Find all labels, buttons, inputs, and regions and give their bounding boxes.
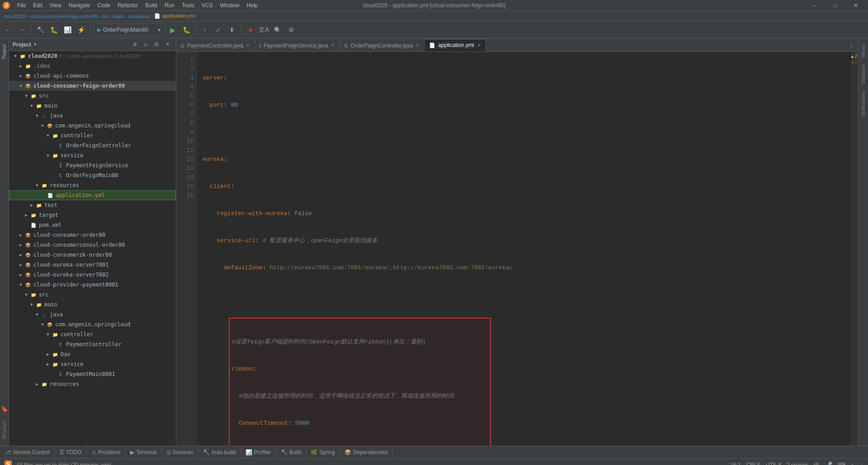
status-cursor-position[interactable]: 16:1 (730, 462, 741, 465)
toolbar-search-button[interactable]: 🔍 (271, 23, 284, 36)
right-sidebar-database[interactable]: Database (860, 61, 867, 88)
tab-close-payment-controller[interactable]: ✕ (246, 42, 250, 48)
tab-payment-feign-service[interactable]: I PaymentFeignService.java ✕ (255, 39, 340, 52)
tree-item-main2[interactable]: ▼ 📁 main (9, 300, 176, 310)
tree-item-main[interactable]: ▼ 📁 main (9, 101, 176, 111)
breadcrumb-item-resources[interactable]: resources (128, 14, 150, 19)
tree-item-src2[interactable]: ▼ 📁 src (9, 290, 176, 300)
tree-item-cloud-provider-payment8001[interactable]: ▼ 📦 cloud-provider-payment8001 (9, 280, 176, 290)
tree-item-cloud2020[interactable]: ▼ 📁 cloud2020 E:\idea-workspace\cloud202… (9, 51, 176, 61)
toolbar-coverage-button[interactable]: 📊 (61, 23, 74, 36)
toolbar-vcs-button[interactable]: ↑ (198, 23, 211, 36)
menu-build[interactable]: Build (142, 1, 161, 9)
bottom-tab-build[interactable]: 🔨 Build (276, 446, 307, 459)
right-sidebar-maven[interactable]: Maven (860, 40, 867, 61)
editor-content[interactable]: 1 2 3 4 5 6 7 8 9 10 11 12 13 14 15 16 s… (176, 52, 858, 446)
toolbar-forward-button[interactable]: → (15, 23, 28, 36)
tab-close-order-feign-controller[interactable]: ✕ (415, 42, 420, 48)
project-locate-file-button[interactable]: ⊕ (130, 40, 140, 50)
toolbar-stop-button[interactable]: ■ (244, 23, 257, 36)
tree-item-cloud-eureka-server7002[interactable]: ▶ 📦 cloud-eureka-server7002 (9, 270, 176, 280)
activity-project-icon[interactable]: Project (1, 42, 8, 61)
project-close-button[interactable]: ✕ (162, 40, 172, 50)
status-line-ending[interactable]: CRLF (746, 462, 760, 465)
project-panel-dropdown[interactable]: ▼ (33, 42, 38, 47)
tree-item-java[interactable]: ▼ ☕ java (9, 111, 176, 121)
toolbar-run-button[interactable]: ▶ (166, 23, 179, 36)
tab-order-feign-controller[interactable]: C OrderFeignController.java ✕ (340, 39, 425, 52)
tree-item-application-yml[interactable]: ▶ 📄 application.yml (9, 190, 176, 200)
tree-item-cloud-consumerconsul-order80[interactable]: ▶ 📦 cloud-consumerconsul-order80 (9, 240, 176, 250)
tree-item-pom[interactable]: ▶ 📄 pom.xml (9, 220, 176, 230)
breadcrumb-item-module[interactable]: cloud-consumer-feign-order80 (31, 14, 97, 19)
status-more-icon[interactable]: ⋮ (859, 462, 864, 465)
project-options-button[interactable]: ⚙ (151, 40, 161, 50)
status-keyboard-icon[interactable]: ⌨ (838, 462, 845, 465)
toolbar-vcs-push-button[interactable]: ⬆ (226, 23, 238, 36)
tree-item-package2[interactable]: ▼ 📦 com.angenin.springcloud (9, 319, 176, 329)
tree-item-PaymentFeignService[interactable]: ▶ I PaymentFeignService (9, 160, 176, 170)
bottom-tab-auto-build[interactable]: 🔨 Auto-build (198, 446, 241, 459)
minimize-button[interactable]: − (804, 0, 825, 11)
bottom-tab-spring[interactable]: 🌿 Spring (306, 446, 340, 459)
tree-item-cloud-consumer-feign-order80[interactable]: ▼ 📦 cloud-consumer-feign-order80 (9, 81, 176, 91)
toolbar-run-debug-button[interactable]: 🐛 (47, 23, 60, 36)
tree-item-PaymentMain8001[interactable]: ▶ C PaymentMain8001 (9, 369, 176, 379)
maximize-button[interactable]: □ (825, 0, 845, 11)
tree-item-cloud-api-commons[interactable]: ▶ 📦 cloud-api-commons (9, 71, 176, 81)
breadcrumb-item-cloud2020[interactable]: cloud2020 (4, 14, 27, 19)
bottom-tab-dependencies[interactable]: 📦 Dependencies (340, 446, 393, 459)
tree-item-idea[interactable]: ▶ 📁 .idea (9, 61, 176, 71)
close-button[interactable]: ✕ (845, 0, 866, 11)
tree-item-dao[interactable]: ▶ 📁 Dao (9, 349, 176, 359)
tree-item-OrderFeignController[interactable]: ▶ C OrderFeignController (9, 141, 176, 150)
tree-item-service2[interactable]: ▶ 📁 service (9, 359, 176, 369)
tabs-more-button[interactable]: ⋮ (844, 39, 858, 52)
toolbar-translate-button[interactable]: 文A (258, 23, 270, 36)
menu-file[interactable]: File (14, 1, 29, 9)
tree-item-service[interactable]: ▼ 📁 service (9, 150, 176, 160)
tree-item-resources2[interactable]: ▶ 📁 resources (9, 379, 176, 389)
bottom-tab-profiler[interactable]: 📊 Profiler (241, 446, 276, 459)
activity-bookmarks-icon[interactable]: 🔖 (0, 405, 8, 413)
breadcrumb-item-yaml[interactable]: 📄 application.yml (154, 13, 195, 19)
tab-close-application-yml[interactable]: ✕ (477, 42, 481, 48)
breadcrumb-item-src[interactable]: src (102, 14, 108, 19)
toolbar-profile-button[interactable]: ⚡ (75, 23, 87, 36)
menu-edit[interactable]: Edit (29, 1, 46, 9)
tree-item-PaymentController[interactable]: ▶ C PaymentController (9, 339, 176, 349)
status-ime-icon[interactable]: 中 (814, 461, 819, 465)
right-sidebar-notifications[interactable]: Notifications (860, 88, 867, 119)
toolbar-vcs-commit-button[interactable]: ✓ (212, 23, 225, 36)
menu-run[interactable]: Run (161, 1, 178, 9)
breadcrumb-item-main[interactable]: main (113, 14, 124, 19)
menu-navigate[interactable]: Navigate (65, 1, 94, 9)
bottom-tab-version-control[interactable]: ⎇ Version Control (0, 446, 55, 459)
project-collapse-button[interactable]: ≡ (141, 40, 151, 50)
toolbar-debug-button[interactable]: 🐛 (180, 23, 193, 36)
tree-item-package[interactable]: ▼ 📦 com.angenin.springcloud (9, 121, 176, 131)
tree-item-resources[interactable]: ▼ 📁 resources (9, 180, 176, 190)
toolbar-back-button[interactable]: ← (2, 23, 14, 36)
bottom-tab-services[interactable]: ◎ Services (162, 446, 198, 459)
status-share-icon[interactable]: ↑ (851, 462, 854, 465)
tree-item-controller[interactable]: ▼ 📁 controller (9, 131, 176, 141)
tree-item-test[interactable]: ▶ 📁 test (9, 200, 176, 210)
status-microphone-icon[interactable]: 🎤 (825, 461, 832, 465)
bottom-tab-problems[interactable]: ⚠ Problems (87, 446, 126, 459)
menu-help[interactable]: Help (243, 1, 261, 9)
bottom-tab-todo[interactable]: ☰ TODO (55, 446, 86, 459)
tree-item-cloud-consumer-order80[interactable]: ▶ 📦 cloud-consumer-order80 (9, 230, 176, 240)
toolbar-settings-button[interactable]: ⚙ (285, 23, 297, 36)
tree-item-java2[interactable]: ▼ ☕ java (9, 310, 176, 319)
tree-item-OrderFeignMain80[interactable]: ▶ C OrderFeignMain80 (9, 170, 176, 180)
status-indent[interactable]: 2 spaces (787, 462, 808, 465)
activity-structure-icon[interactable]: Structure (1, 418, 8, 442)
tree-item-controller2[interactable]: ▼ 📁 controller (9, 329, 176, 339)
tab-close-payment-feign-service[interactable]: ✕ (331, 42, 335, 48)
tree-item-cloud-eureka-server7001[interactable]: ▶ 📦 cloud-eureka-server7001 (9, 260, 176, 270)
menu-tools[interactable]: Tools (178, 1, 198, 9)
menu-code[interactable]: Code (94, 1, 114, 9)
tab-application-yml[interactable]: 📄 application.yml ✕ (425, 39, 486, 52)
bottom-tab-terminal[interactable]: ▶ Terminal (126, 446, 161, 459)
